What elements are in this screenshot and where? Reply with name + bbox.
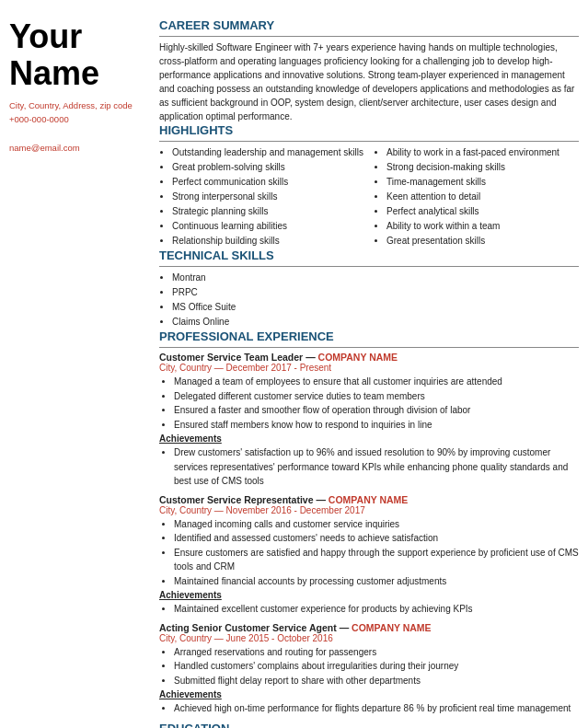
professional-experience-section: PROFESSIONAL EXPERIENCE Customer Service…	[159, 329, 579, 716]
highlight-right-item: Keen attention to detail	[386, 190, 579, 204]
professional-experience-title: PROFESSIONAL EXPERIENCE	[159, 329, 579, 343]
achievement-item: Maintained excellent customer experience…	[174, 602, 579, 617]
job-bullets: Managed incoming calls and customer serv…	[159, 517, 579, 589]
achievement-item: Achieved high on-time performance for fl…	[174, 701, 579, 716]
job-title: Acting Senior Customer Service Agent — C…	[159, 622, 579, 633]
address: City, Country, Address, zip code	[9, 98, 143, 112]
education-title: EDUCATION	[159, 722, 579, 729]
technical-skill-item: PRPC	[172, 285, 579, 300]
highlights-left-col: Outstanding leadership and management sk…	[159, 145, 364, 248]
job-bullet-item: Submitted flight delay report to share w…	[174, 674, 579, 688]
contact-info: City, Country, Address, zip code +000-00…	[9, 98, 143, 155]
achievements-label: Achievements	[159, 590, 579, 600]
achievements-label: Achievements	[159, 433, 579, 444]
technical-skill-item: Claims Online	[172, 315, 579, 329]
highlight-right-item: Strong decision-making skills	[386, 160, 579, 175]
job-bullets: Managed a team of employees to ensure th…	[159, 375, 579, 432]
career-summary-text: Highly-skilled Software Engineer with 7+…	[159, 40, 579, 123]
company-name: COMPANY NAME	[352, 622, 432, 633]
job-title: Customer Service Representative — COMPAN…	[159, 494, 579, 505]
achievements-bullets: Maintained excellent customer experience…	[159, 602, 579, 617]
achievements-bullets: Drew customers' satisfaction up to 96% a…	[159, 445, 579, 489]
email: name@email.com	[9, 141, 143, 155]
technical-skills-section: TECHNICAL SKILLS MontranPRPCMS Office Su…	[159, 248, 579, 329]
first-name: Your	[9, 17, 82, 55]
job-block: Customer Service Representative — COMPAN…	[159, 494, 579, 617]
achievements-label: Achievements	[159, 689, 579, 699]
job-block: Customer Service Team Leader — COMPANY N…	[159, 352, 579, 489]
highlights-right-col: Ability to work in a fast-paced environm…	[374, 145, 579, 248]
highlights-title: HIGHLIGHTS	[159, 123, 579, 137]
technical-skills-title: TECHNICAL SKILLS	[159, 248, 579, 262]
left-column: Your Name City, Country, Address, zip co…	[9, 18, 152, 728]
highlight-left-item: Continuous learning abilities	[172, 219, 364, 234]
company-name: COMPANY NAME	[318, 352, 398, 363]
job-location-date: City, Country — November 2016 - December…	[159, 505, 579, 515]
job-bullets: Arranged reservations and routing for pa…	[159, 645, 579, 688]
highlight-left-item: Relationship building skills	[172, 234, 364, 248]
achievements-bullets: Achieved high on-time performance for fl…	[159, 701, 579, 716]
last-name: Name	[9, 54, 99, 92]
job-location-date: City, Country — June 2015 - October 2016	[159, 633, 579, 643]
achievement-item: Drew customers' satisfaction up to 96% a…	[174, 445, 579, 489]
highlight-right-item: Time-management skills	[386, 175, 579, 190]
highlight-left-item: Perfect communication skills	[172, 175, 364, 190]
job-location-date: City, Country — December 2017 - Present	[159, 363, 579, 373]
job-bullet-item: Managed incoming calls and customer serv…	[174, 517, 579, 532]
career-summary-section: CAREER SUMMARY Highly-skilled Software E…	[159, 18, 579, 123]
highlight-left-item: Outstanding leadership and management sk…	[172, 145, 364, 160]
job-bullet-item: Ensured staff members know how to respon…	[174, 418, 579, 433]
job-bullet-item: Ensured a faster and smoother flow of op…	[174, 403, 579, 418]
job-bullet-item: Managed a team of employees to ensure th…	[174, 375, 579, 389]
right-column: CAREER SUMMARY Highly-skilled Software E…	[152, 18, 579, 728]
highlight-right-item: Perfect analytical skills	[386, 204, 579, 219]
highlight-right-item: Ability to work in a fast-paced environm…	[386, 145, 579, 160]
phone: +000-000-0000	[9, 112, 143, 126]
job-bullet-item: Maintained financial accounts by process…	[174, 574, 579, 589]
job-bullet-item: Ensure customers are satisfied and happy…	[174, 546, 579, 574]
job-block: Acting Senior Customer Service Agent — C…	[159, 622, 579, 716]
highlights-section: HIGHLIGHTS Outstanding leadership and ma…	[159, 123, 579, 248]
job-bullet-item: Arranged reservations and routing for pa…	[174, 645, 579, 660]
company-name: COMPANY NAME	[329, 494, 409, 505]
highlight-right-item: Ability to work within a team	[386, 219, 579, 234]
job-title: Customer Service Team Leader — COMPANY N…	[159, 352, 579, 363]
highlight-right-item: Great presentation skills	[386, 234, 579, 248]
full-name: Your Name	[9, 18, 143, 91]
job-bullet-item: Delegated different customer service dut…	[174, 389, 579, 404]
highlight-left-item: Strong interpersonal skills	[172, 190, 364, 204]
technical-skill-item: MS Office Suite	[172, 300, 579, 315]
technical-skill-item: Montran	[172, 271, 579, 285]
job-bullet-item: Handled customers' complains about irreg…	[174, 659, 579, 674]
job-bullet-item: Identified and assessed customers' needs…	[174, 531, 579, 546]
highlights-grid: Outstanding leadership and management sk…	[159, 145, 579, 248]
career-summary-title: CAREER SUMMARY	[159, 18, 579, 32]
education-section: EDUCATION UNIVERSITY NAME — Doha, Qatar …	[159, 722, 579, 729]
highlight-left-item: Strategic planning skills	[172, 204, 364, 219]
highlight-left-item: Great problem-solving skills	[172, 160, 364, 175]
